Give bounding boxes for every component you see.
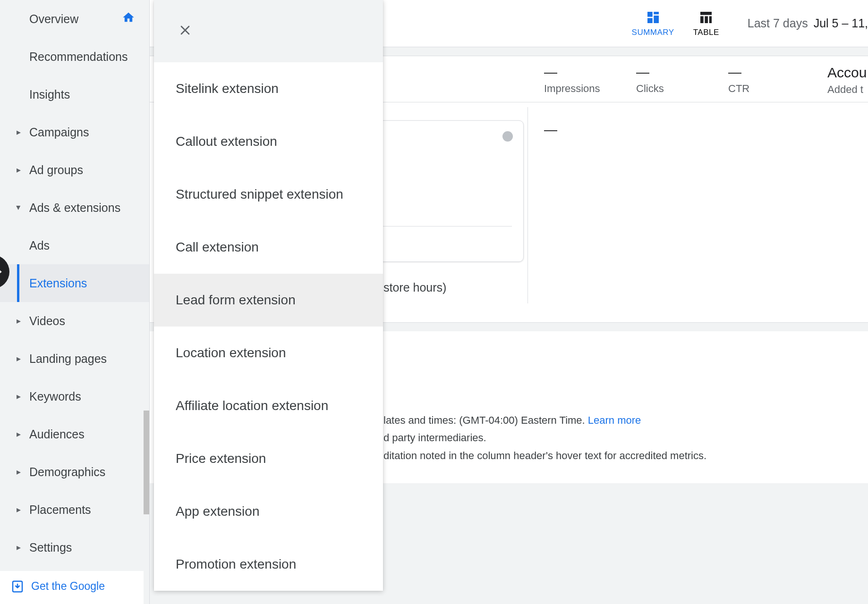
stat-label: Clicks: [636, 83, 728, 95]
sidebar-item-landing-pages[interactable]: ▸ Landing pages: [0, 340, 149, 378]
sidebar-item-insights[interactable]: Insights: [0, 76, 149, 113]
svg-rect-1: [647, 12, 653, 17]
footer-text: lates and times: (GMT-04:00) Eastern Tim…: [383, 414, 588, 426]
sidebar-item-label: Keywords: [29, 390, 81, 403]
dropdown-item-price[interactable]: Price extension: [154, 432, 383, 485]
sidebar-item-campaigns[interactable]: ▸ Campaigns: [0, 113, 149, 151]
sidebar-item-ad-groups[interactable]: ▸ Ad groups: [0, 151, 149, 189]
dropdown-label: Lead form extension: [176, 293, 296, 308]
chevron-right-icon: ▸: [17, 353, 21, 364]
dropdown-label: Price extension: [176, 451, 266, 466]
close-button[interactable]: [178, 23, 193, 40]
date-range-picker[interactable]: Last 7 days Jul 5 – 11,: [748, 17, 868, 30]
download-icon: [10, 579, 25, 596]
sidebar-item-label: Insights: [29, 88, 70, 101]
chevron-right-icon: [0, 267, 4, 277]
sidebar-item-label: Demographics: [29, 465, 105, 479]
dropdown-label: Promotion extension: [176, 557, 296, 572]
table-view-button[interactable]: TABLE: [693, 10, 719, 37]
sidebar-item-settings[interactable]: ▸ Settings: [0, 528, 149, 566]
stat-sub: Added t: [827, 84, 868, 96]
stat-impressions: — Impressions: [544, 56, 636, 102]
svg-rect-6: [700, 16, 704, 23]
learn-more-link[interactable]: Learn more: [588, 414, 641, 426]
sidebar-item-keywords[interactable]: ▸ Keywords: [0, 378, 149, 415]
sidebar-item-ads-extensions[interactable]: ▸ Ads & extensions: [0, 189, 149, 226]
dropdown-label: Location extension: [176, 345, 286, 361]
svg-rect-8: [709, 16, 712, 23]
stat-label: Impressions: [544, 83, 636, 95]
stat-account: Accou Added t: [827, 56, 868, 102]
sidebar-item-label: Ads: [29, 239, 50, 252]
footer-line-1: lates and times: (GMT-04:00) Eastern Tim…: [383, 411, 868, 429]
sidebar-subitem-ads[interactable]: Ads: [0, 226, 149, 264]
svg-rect-3: [654, 16, 659, 23]
dropdown-label: App extension: [176, 504, 259, 519]
svg-rect-7: [705, 16, 708, 23]
chevron-right-icon: ▸: [17, 504, 21, 515]
svg-rect-2: [654, 12, 659, 14]
summary-view-button[interactable]: SUMMARY: [632, 10, 674, 37]
view-label: TABLE: [693, 28, 719, 37]
dropdown-item-sitelink[interactable]: Sitelink extension: [154, 62, 383, 115]
chevron-right-icon: ▸: [17, 127, 21, 137]
sidebar-item-label: Extensions: [29, 277, 87, 290]
sidebar-item-recommendations[interactable]: Recommendations: [0, 38, 149, 76]
stat-ctr: — CTR: [728, 56, 827, 102]
sidebar-item-label: Videos: [29, 314, 65, 328]
sidebar-item-label: Overview: [29, 12, 78, 26]
dropdown-label: Structured snippet extension: [176, 187, 343, 202]
date-range-label: Last 7 days: [748, 17, 808, 30]
sidebar-promo[interactable]: Get the Google: [0, 571, 144, 604]
sidebar: Overview Recommendations Insights ▸ Camp…: [0, 0, 150, 604]
svg-rect-4: [647, 18, 653, 23]
sidebar-item-audiences[interactable]: ▸ Audiences: [0, 415, 149, 453]
dropdown-item-lead-form[interactable]: Lead form extension: [154, 274, 383, 327]
view-label: SUMMARY: [632, 28, 674, 37]
hours-text: store hours): [383, 281, 446, 294]
dropdown-item-promotion[interactable]: Promotion extension: [154, 538, 383, 591]
sidebar-item-label: Placements: [29, 503, 91, 517]
scrollbar-thumb[interactable]: [144, 411, 149, 514]
stat-value: —: [728, 65, 827, 80]
sidebar-item-label: Landing pages: [29, 352, 107, 366]
stat-clicks: — Clicks: [636, 56, 728, 102]
sidebar-subitem-extensions[interactable]: Extensions: [0, 264, 149, 302]
sidebar-item-videos[interactable]: ▸ Videos: [0, 302, 149, 340]
chevron-right-icon: ▸: [17, 542, 21, 553]
stat-title: Accou: [827, 65, 868, 81]
chevron-right-icon: ▸: [17, 165, 21, 175]
sidebar-item-demographics[interactable]: ▸ Demographics: [0, 453, 149, 491]
extension-type-dropdown: Sitelink extension Callout extension Str…: [154, 0, 383, 591]
summary-icon: [646, 10, 661, 25]
dropdown-header: [154, 0, 383, 62]
sidebar-item-label: Audiences: [29, 428, 85, 441]
sidebar-item-overview[interactable]: Overview: [0, 0, 149, 38]
chevron-down-icon: ▸: [14, 206, 24, 210]
sidebar-item-placements[interactable]: ▸ Placements: [0, 491, 149, 528]
sidebar-item-label: Settings: [29, 541, 72, 554]
home-icon: [122, 11, 135, 27]
dropdown-label: Affiliate location extension: [176, 398, 328, 413]
stat-value: —: [544, 65, 636, 80]
stat-value: —: [636, 65, 728, 80]
dropdown-label: Sitelink extension: [176, 81, 279, 96]
dropdown-item-structured-snippet[interactable]: Structured snippet extension: [154, 168, 383, 221]
sidebar-item-label: Ad groups: [29, 163, 83, 177]
promo-text: Get the Google: [31, 579, 105, 594]
divider: [528, 107, 528, 303]
dropdown-item-location[interactable]: Location extension: [154, 327, 383, 379]
chevron-right-icon: ▸: [17, 467, 21, 477]
chevron-right-icon: ▸: [17, 429, 21, 439]
view-toggle: SUMMARY TABLE: [632, 10, 719, 37]
dropdown-item-app[interactable]: App extension: [154, 485, 383, 538]
card-dash: —: [544, 122, 557, 137]
dropdown-item-call[interactable]: Call extension: [154, 221, 383, 274]
sidebar-item-label: Campaigns: [29, 126, 89, 139]
footer-line-3: ditation noted in the column header's ho…: [383, 447, 868, 464]
dropdown-item-affiliate-location[interactable]: Affiliate location extension: [154, 379, 383, 432]
dropdown-label: Callout extension: [176, 134, 277, 149]
sidebar-item-label: Recommendations: [29, 50, 128, 64]
table-icon: [698, 10, 714, 25]
dropdown-item-callout[interactable]: Callout extension: [154, 115, 383, 168]
